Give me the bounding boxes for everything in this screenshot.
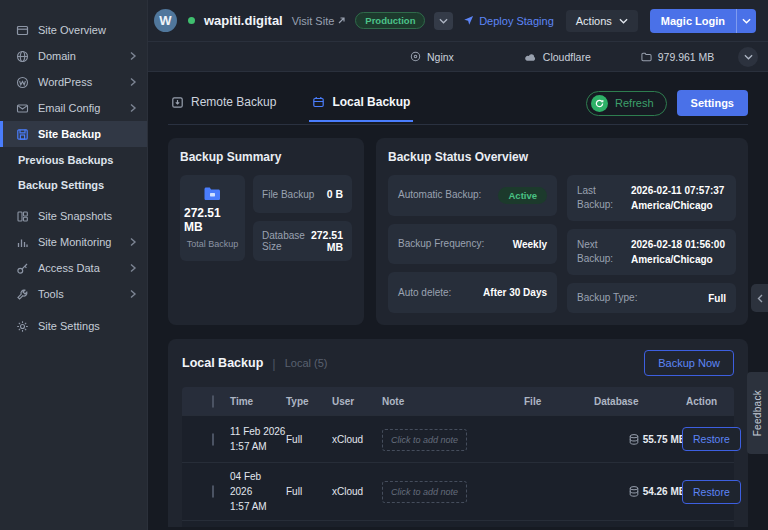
local-backup-card: Local Backup | Local (5) Backup Now Time… [168, 339, 748, 527]
column-header-file: File [524, 396, 594, 407]
sidebar-item-backup-settings[interactable]: Backup Settings [0, 172, 147, 197]
sidebar-item-previous-backups[interactable]: Previous Backups [0, 147, 147, 172]
site-status-dot [188, 17, 195, 24]
cloud-icon [524, 52, 537, 62]
infobar-expand-button[interactable] [738, 47, 758, 67]
local-backup-count: Local (5) [285, 357, 328, 369]
title-divider: | [272, 356, 275, 371]
auto-delete-row: Auto delete: After 30 Days [388, 272, 557, 313]
magic-login-split-button: Magic Login [650, 9, 756, 33]
database-size-tile: Database Size 272.51 MB [253, 221, 352, 261]
sidebar: Site Overview Domain WordPress Email Con… [0, 0, 148, 530]
sidebar-item-site-settings[interactable]: Site Settings [0, 313, 147, 339]
site-name: wapiti.digital [204, 13, 283, 28]
remote-backup-icon [171, 96, 184, 109]
last-backup-row: Last Backup: 2026-02-11 07:57:37 America… [567, 175, 736, 221]
sidebar-item-tools[interactable]: Tools [0, 281, 147, 307]
total-backup-label: Total Backup [187, 239, 239, 249]
file-backup-value: 0 B [327, 188, 343, 200]
refresh-button[interactable]: Refresh [586, 91, 667, 116]
magic-login-button[interactable]: Magic Login [650, 9, 736, 33]
blue-folder-icon [204, 187, 221, 201]
page-content: Remote Backup Local Backup Refresh Setti… [148, 72, 768, 527]
actions-dropdown-button[interactable]: Actions [566, 10, 638, 32]
window-icon [16, 24, 29, 37]
chevron-right-icon [129, 51, 137, 61]
sidebar-item-email-config[interactable]: Email Config [0, 95, 147, 121]
column-header-database: Database [594, 396, 686, 407]
sidebar-item-label: Access Data [38, 262, 100, 274]
next-backup-row: Next Backup: 2026-02-18 01:56:00 America… [567, 229, 736, 275]
backup-status-title: Backup Status Overview [388, 150, 736, 164]
backup-time: 1:57 AM [230, 499, 286, 514]
envelope-icon [16, 102, 29, 115]
note-input[interactable]: Click to add note [382, 429, 467, 451]
backup-user: xCloud [332, 434, 382, 445]
sidebar-item-label: Tools [38, 288, 64, 300]
database-size: 54.26 MB [643, 486, 686, 497]
sidebar-item-domain[interactable]: Domain [0, 43, 147, 69]
sidebar-item-label: Site Overview [38, 24, 106, 36]
site-header: W wapiti.digital Visit Site Production D… [148, 0, 768, 42]
chevron-down-icon [744, 54, 753, 60]
sidebar-item-access-data[interactable]: Access Data [0, 255, 147, 281]
chevron-right-icon [129, 237, 137, 247]
magic-login-dropdown-button[interactable] [736, 9, 756, 33]
sidebar-item-site-overview[interactable]: Site Overview [0, 17, 147, 43]
sidebar-item-wordpress[interactable]: WordPress [0, 69, 147, 95]
column-header-type: Type [286, 396, 332, 407]
select-all-checkbox[interactable] [212, 395, 214, 408]
visit-site-link[interactable]: Visit Site [292, 15, 347, 27]
restore-button[interactable]: Restore [682, 427, 741, 451]
backup-now-button[interactable]: Backup Now [644, 350, 734, 376]
backup-user: xCloud [332, 486, 382, 497]
row-checkbox[interactable] [212, 485, 214, 498]
chevron-right-icon [129, 103, 137, 113]
snapshot-icon [16, 210, 29, 223]
backup-type: Full [286, 434, 332, 445]
local-backup-icon [312, 96, 325, 109]
sidebar-item-site-backup[interactable]: Site Backup [0, 121, 147, 147]
table-header-row: Time Type User Note File Database Action [182, 387, 734, 415]
database-size: 55.75 MB [643, 434, 686, 445]
chevron-down-icon [439, 18, 448, 24]
external-link-icon [337, 16, 346, 25]
wordpress-icon [16, 76, 29, 89]
wrench-icon [16, 288, 29, 301]
backup-type: Full [286, 486, 332, 497]
sidebar-item-label: Site Monitoring [38, 236, 111, 248]
column-header-action: Action [686, 396, 734, 407]
tab-remote-backup[interactable]: Remote Backup [168, 93, 279, 122]
restore-button[interactable]: Restore [682, 480, 741, 504]
total-backup-size: 272.51 MB [184, 206, 241, 234]
database-icon [629, 486, 639, 497]
sidebar-item-site-snapshots[interactable]: Site Snapshots [0, 203, 147, 229]
refresh-icon [591, 95, 608, 112]
chevron-left-icon [757, 294, 763, 303]
column-header-time: Time [230, 396, 286, 407]
environment-dropdown-button[interactable] [434, 12, 453, 30]
backup-frequency-row: Backup Frequency: Weekly [388, 224, 557, 265]
chevron-right-icon [129, 77, 137, 87]
settings-button[interactable]: Settings [677, 90, 748, 116]
sidebar-item-label: Email Config [38, 102, 100, 114]
row-checkbox[interactable] [212, 433, 214, 446]
feedback-tab[interactable]: Feedback [747, 372, 768, 454]
tab-local-backup[interactable]: Local Backup [309, 93, 413, 122]
cdn-info: Cloudflare [524, 51, 591, 63]
sidebar-item-site-monitoring[interactable]: Site Monitoring [0, 229, 147, 255]
next-backup-timezone: America/Chicago [631, 254, 713, 265]
table-row: 11 Feb 2026 1:57 AM Full xCloud Click to… [182, 415, 734, 462]
deploy-staging-link[interactable]: Deploy Staging [463, 15, 554, 27]
backup-time: 1:57 AM [230, 439, 286, 454]
sidebar-item-label: Site Settings [38, 320, 100, 332]
chevron-down-icon [742, 18, 751, 24]
backup-status-card: Backup Status Overview Automatic Backup:… [376, 138, 748, 325]
last-backup-datetime: 2026-02-11 07:57:37 [631, 185, 724, 196]
panel-collapse-handle[interactable] [751, 284, 768, 312]
total-backup-tile: 272.51 MB Total Backup [180, 175, 245, 261]
column-header-user: User [332, 396, 382, 407]
backup-date: 04 Feb 2026 [230, 469, 286, 499]
note-input[interactable]: Click to add note [382, 481, 467, 503]
sidebar-item-label: Site Backup [38, 128, 101, 140]
